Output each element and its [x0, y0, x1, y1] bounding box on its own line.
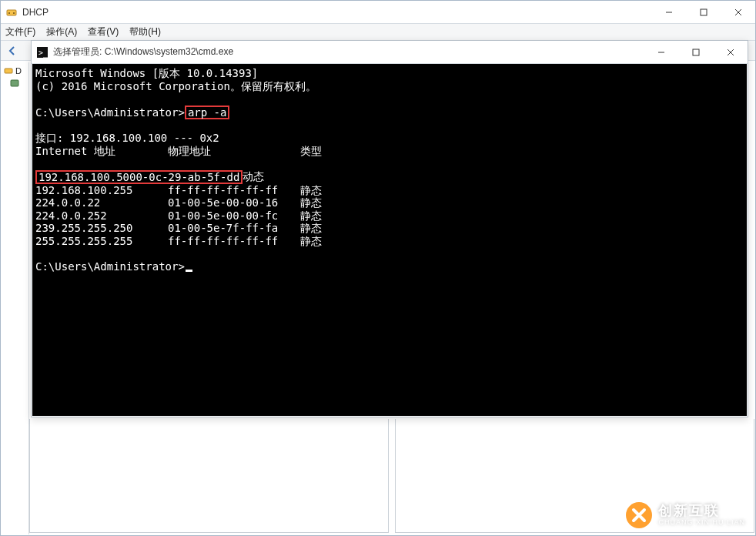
menu-help[interactable]: 帮助(H)	[129, 25, 161, 39]
dhcp-menubar: 文件(F) 操作(A) 查看(V) 帮助(H)	[1, 24, 755, 41]
arp-cell-type: 静态	[300, 184, 346, 197]
toolbar-back-button[interactable]	[4, 43, 21, 59]
cmd-prompt1-prefix: C:\Users\Administrator>	[35, 106, 185, 119]
arp-row: 224.0.0.25201-00-5e-00-00-fc静态	[35, 209, 744, 223]
watermark-line1: 创新互联	[658, 504, 745, 519]
dhcp-content-left	[29, 419, 389, 533]
cmd-banner-2: (c) 2016 Microsoft Corporation。保留所有权利。	[35, 80, 316, 92]
cmd-interface-line: 接口: 192.168.100.100 --- 0x2	[35, 132, 219, 144]
arp-cell-mac: ff-ff-ff-ff-ff-ff	[168, 235, 300, 248]
arp-cell-type: 静态	[300, 235, 346, 248]
cmd-prompt2: C:\Users\Administrator>	[35, 260, 185, 273]
svg-rect-12	[693, 49, 699, 55]
cmd-terminal[interactable]: Microsoft Windows [版本 10.0.14393] (c) 20…	[32, 64, 747, 416]
arp-cell-mac: 01-00-5e-7f-ff-fa	[168, 222, 300, 235]
arp-cell-type: 静态	[300, 209, 346, 223]
arp-cell-mac: 01-00-5e-00-00-16	[168, 196, 300, 209]
svg-point-2	[13, 12, 15, 14]
watermark: 创新互联 CHUANG XIN HU LIAN	[626, 502, 745, 528]
tree-dhcp-icon	[3, 65, 14, 76]
dhcp-maximize-button[interactable]	[686, 1, 721, 23]
svg-rect-4	[701, 9, 707, 15]
dhcp-app-icon	[5, 6, 18, 18]
arp-header-row: Internet 地址物理地址类型	[35, 145, 744, 158]
dhcp-tree-pane: D	[2, 62, 29, 534]
dhcp-titlebar[interactable]: DHCP	[1, 1, 755, 24]
svg-rect-8	[11, 80, 18, 86]
cmd-minimize-button[interactable]	[644, 41, 678, 63]
arp-cell-mac: 00-0c-29-ab-5f-dd	[129, 171, 239, 183]
arp-cell-ip: 192.168.100.255	[35, 184, 168, 197]
dhcp-close-button[interactable]	[721, 1, 755, 23]
arp-header-type: 类型	[300, 145, 346, 158]
menu-view[interactable]: 查看(V)	[88, 25, 119, 39]
arp-row-highlight: 192.168.100.5000-0c-29-ab-5f-dd	[35, 170, 243, 184]
arp-cell-ip: 224.0.0.252	[35, 209, 168, 223]
cmd-window-controls	[644, 41, 748, 63]
cmd-banner-1: Microsoft Windows [版本 10.0.14393]	[35, 67, 258, 79]
arp-row: 224.0.0.2201-00-5e-00-00-16静态	[35, 196, 744, 209]
cmd-cursor	[186, 270, 192, 272]
cmd-close-button[interactable]	[713, 41, 748, 63]
arp-header-mac: 物理地址	[168, 145, 300, 158]
arp-header-ip: Internet 地址	[35, 145, 168, 158]
cmd-app-icon: >_	[36, 46, 49, 59]
cmd-window: >_ 选择管理员: C:\Windows\system32\cmd.exe Mi…	[31, 40, 748, 417]
menu-action[interactable]: 操作(A)	[46, 25, 77, 39]
arp-cell-ip: 239.255.255.250	[35, 222, 168, 235]
arp-row: 192.168.100.5000-0c-29-ab-5f-dd 动态	[35, 170, 744, 184]
watermark-logo-icon	[626, 502, 652, 528]
arp-row: 239.255.255.25001-00-5e-7f-ff-fa静态	[35, 222, 744, 235]
arp-table-body: 192.168.100.5000-0c-29-ab-5f-dd 动态 192.1…	[35, 170, 744, 248]
menu-file[interactable]: 文件(F)	[5, 25, 35, 39]
arp-cell-type: 动态	[243, 170, 289, 184]
svg-rect-7	[5, 69, 12, 73]
arp-cell-ip: 192.168.100.50	[38, 171, 129, 183]
watermark-text: 创新互联 CHUANG XIN HU LIAN	[658, 504, 745, 527]
tree-child-server[interactable]	[3, 78, 27, 89]
dhcp-minimize-button[interactable]	[651, 1, 686, 23]
arp-cell-type: 静态	[300, 196, 346, 209]
arp-row: 192.168.100.255ff-ff-ff-ff-ff-ff静态	[35, 184, 744, 197]
dhcp-window-title: DHCP	[22, 7, 49, 18]
arp-cell-mac: ff-ff-ff-ff-ff-ff	[168, 184, 300, 197]
cmd-arp-command-highlight: arp -a	[185, 106, 230, 119]
arp-cell-ip: 255.255.255.255	[35, 235, 168, 248]
arp-cell-type: 静态	[300, 222, 346, 235]
tree-server-icon	[9, 78, 20, 89]
svg-rect-0	[7, 10, 16, 15]
arp-row: 255.255.255.255ff-ff-ff-ff-ff-ff静态	[35, 235, 744, 248]
cmd-maximize-button[interactable]	[678, 41, 713, 63]
arp-cell-mac: 01-00-5e-00-00-fc	[168, 209, 300, 223]
cmd-titlebar[interactable]: >_ 选择管理员: C:\Windows\system32\cmd.exe	[32, 41, 748, 64]
tree-root-dhcp[interactable]: D	[3, 65, 27, 76]
arp-cell-ip: 224.0.0.22	[35, 196, 168, 209]
cmd-window-title: 选择管理员: C:\Windows\system32\cmd.exe	[53, 45, 233, 59]
svg-text:>_: >_	[38, 49, 49, 58]
svg-point-1	[8, 12, 10, 14]
watermark-line2: CHUANG XIN HU LIAN	[658, 519, 745, 527]
dhcp-window-controls	[651, 1, 755, 23]
tree-root-label: D	[15, 66, 22, 75]
